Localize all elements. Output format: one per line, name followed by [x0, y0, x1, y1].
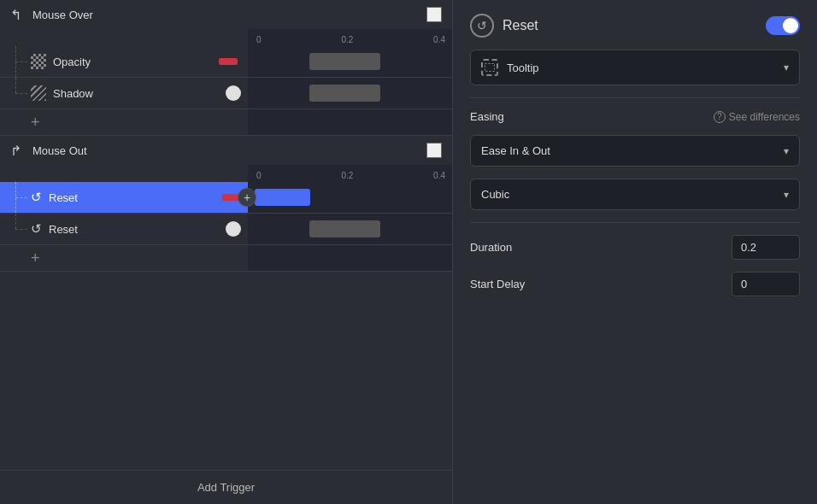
shadow-timeline-bar	[309, 85, 381, 102]
mouse-out-section: ↱ Mouse Out 0 0.2 0.4 ↺ Reset	[0, 136, 452, 272]
opacity-label: Opacity	[53, 56, 219, 68]
shadow-icon	[31, 85, 46, 101]
duration-row: Duration 0.2	[470, 235, 800, 260]
shadow-row[interactable]: Shadow	[0, 78, 452, 109]
right-panel: ↺ Reset Tooltip ▾ Easing ? See differenc…	[453, 0, 817, 504]
reset-selected-label: Reset	[49, 191, 222, 204]
start-delay-input[interactable]: 0	[732, 272, 800, 296]
reset-row-unselected[interactable]: ↺ Reset	[0, 214, 452, 245]
mouse-out-icon: ↱	[10, 143, 26, 158]
easing-label: Easing	[470, 110, 504, 123]
opacity-minus-indicator	[219, 58, 238, 65]
start-delay-label: Start Delay	[470, 278, 525, 290]
ruler-ticks-2: 0 0.2 0.4	[255, 171, 452, 180]
cubic-dropdown-arrow: ▾	[784, 189, 789, 201]
right-reset-row: ↺ Reset	[470, 14, 800, 38]
cubic-value: Cubic	[481, 188, 775, 201]
reset-selected-icon: ↺	[31, 190, 42, 205]
tooltip-dropdown-arrow: ▾	[784, 62, 789, 73]
left-panel: ↰ Mouse Over 0 0.2 0.4 Opacity	[0, 0, 453, 504]
easing-dropdown-arrow: ▾	[784, 145, 789, 157]
reset-label: Reset	[49, 223, 226, 236]
opacity-timeline-bar	[309, 53, 381, 70]
add-trigger-label: Add Trigger	[197, 481, 255, 494]
shadow-label: Shadow	[53, 87, 226, 100]
mouse-over-label: Mouse Over	[32, 9, 420, 21]
reset-circle-indicator	[226, 221, 241, 237]
see-differences-label: See differences	[729, 111, 800, 123]
tooltip-label: Tooltip	[507, 62, 775, 74]
duration-input[interactable]: 0.2	[732, 235, 800, 260]
ruler-ticks: 0 0.2 0.4	[255, 35, 452, 44]
divider-1	[470, 97, 800, 98]
mouse-over-section: ↰ Mouse Over 0 0.2 0.4 Opacity	[0, 0, 452, 136]
add-property-icon-2[interactable]: +	[31, 250, 40, 266]
easing-value: Ease In & Out	[481, 144, 775, 157]
mouse-over-header[interactable]: ↰ Mouse Over	[0, 0, 452, 29]
add-property-icon[interactable]: +	[31, 114, 40, 130]
easing-section: Easing ? See differences	[470, 110, 800, 123]
opacity-icon	[31, 54, 46, 69]
opacity-row[interactable]: Opacity	[0, 46, 452, 78]
right-reset-icon: ↺	[470, 14, 494, 38]
divider-2	[470, 222, 800, 223]
cubic-dropdown[interactable]: Cubic ▾	[470, 179, 800, 210]
see-differences-button[interactable]: ? See differences	[714, 111, 800, 123]
mouse-over-add-row: +	[0, 109, 452, 135]
duration-label: Duration	[470, 241, 512, 254]
start-delay-row: Start Delay 0	[470, 272, 800, 296]
reset-timeline-bar-blue	[255, 189, 310, 206]
add-trigger-button[interactable]: Add Trigger	[0, 470, 452, 504]
mouse-over-color-swatch	[426, 7, 442, 22]
mouse-out-color-swatch	[426, 143, 442, 158]
reset-row-selected[interactable]: ↺ Reset +	[0, 182, 452, 214]
tooltip-dropdown[interactable]: Tooltip ▾	[470, 50, 800, 85]
reset-timeline-bar-gray	[309, 220, 381, 237]
reset-toggle[interactable]	[766, 16, 800, 35]
mouse-out-header[interactable]: ↱ Mouse Out	[0, 136, 452, 165]
easing-dropdown[interactable]: Ease In & Out ▾	[470, 135, 800, 167]
right-reset-label: Reset	[503, 18, 757, 33]
reset-icon: ↺	[31, 221, 42, 237]
tooltip-icon	[481, 59, 498, 76]
mouse-out-add-row: +	[0, 245, 452, 271]
shadow-circle-indicator	[226, 85, 241, 101]
svg-rect-0	[485, 64, 495, 72]
question-icon: ?	[714, 111, 726, 123]
mouse-over-icon: ↰	[10, 7, 26, 22]
mouse-out-label: Mouse Out	[32, 144, 420, 157]
add-action-button[interactable]: +	[238, 188, 256, 207]
